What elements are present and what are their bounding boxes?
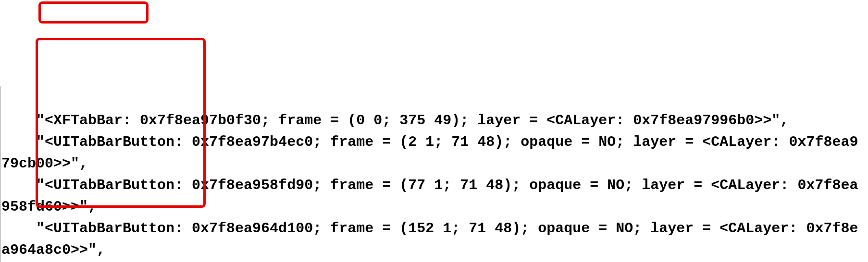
highlight-annotation-buttons [36,38,206,208]
highlight-annotation-tabbar [38,1,149,24]
debug-line-button: "<UITabBarButton: 0x7f8ea964d100; frame … [1,220,858,258]
